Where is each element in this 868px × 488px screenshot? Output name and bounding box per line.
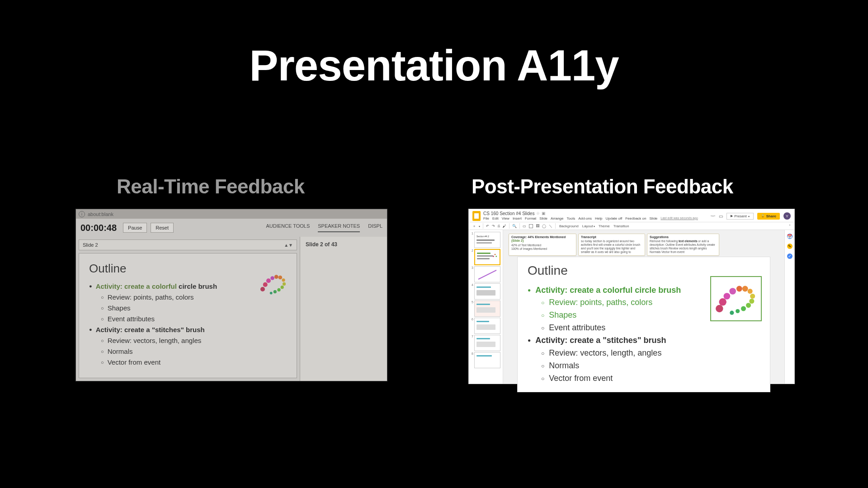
svg-point-23 xyxy=(750,294,755,299)
svg-point-10 xyxy=(274,290,277,293)
textbox-tool[interactable] xyxy=(529,224,533,228)
theme-button[interactable]: Theme xyxy=(598,224,610,228)
doc-title[interactable]: CS 160 Section #4 Slides xyxy=(483,211,534,216)
undo-button[interactable]: ↶ xyxy=(486,224,489,228)
play-icon: ▶ xyxy=(731,214,733,218)
sub-bullet: Review: vectors, length, angles xyxy=(528,347,760,360)
thumb-number: 3 xyxy=(470,266,473,269)
menu-feedback-on[interactable]: Feedback on xyxy=(625,216,646,221)
move-icon[interactable]: ▣ xyxy=(542,211,546,216)
sub-bullet: Event attributes xyxy=(528,322,760,334)
chevron-down-icon[interactable]: ▾ xyxy=(479,225,480,228)
menu-file[interactable]: File xyxy=(483,216,489,221)
thumbnail-5[interactable] xyxy=(474,300,500,317)
tab-display[interactable]: DISPL xyxy=(368,223,382,232)
trend-icon[interactable]: 〰 xyxy=(711,214,715,219)
svg-point-13 xyxy=(495,254,496,255)
thumbnail-8[interactable] xyxy=(474,352,500,368)
zoom-button[interactable]: 🔍 xyxy=(512,224,517,228)
avatar[interactable]: Y xyxy=(783,212,791,220)
menu-edit[interactable]: Edit xyxy=(492,216,499,221)
notes-slide-indicator: Slide 2 of 43 xyxy=(306,241,382,248)
svg-point-24 xyxy=(749,299,754,304)
calendar-icon[interactable]: 📅 xyxy=(787,234,793,239)
paint-format-button[interactable]: 🖌 xyxy=(503,224,506,228)
slide-editor-canvas: Coverage: 44% Elements Mentioned (Slide … xyxy=(503,230,784,384)
menu-bar: File Edit View Insert Format Slide Arran… xyxy=(483,216,698,221)
menu-arrange[interactable]: Arrange xyxy=(551,216,563,221)
sub-bullet: Vector from event xyxy=(89,357,287,368)
print-button[interactable]: ⎙ xyxy=(498,224,500,228)
present-button[interactable]: ▶ Present ▾ xyxy=(726,213,754,220)
tab-audience-tools[interactable]: AUDIENCE TOOLS xyxy=(266,223,310,232)
slides-logo-icon xyxy=(472,211,481,221)
slide-selector-label: Slide 2 xyxy=(83,242,98,248)
collapse-toolbar-icon[interactable]: ˄ xyxy=(789,224,791,228)
keep-icon[interactable]: ✎ xyxy=(787,244,793,249)
tab-speaker-notes[interactable]: SPEAKER NOTES xyxy=(318,223,360,232)
last-edit-text[interactable]: Last edit was seconds ago xyxy=(660,216,698,221)
tasks-icon[interactable]: ✓ xyxy=(787,253,793,259)
svg-point-0 xyxy=(260,287,265,291)
thumbnail-4[interactable] xyxy=(474,283,500,300)
svg-point-28 xyxy=(730,310,734,314)
svg-point-11 xyxy=(270,292,273,295)
layout-button[interactable]: Layout▾ xyxy=(581,224,595,228)
shape-tool[interactable]: ◯ xyxy=(542,224,546,228)
slide-canvas: Outline Activity: create a colorful circ… xyxy=(79,253,297,378)
sub-bullet: Review: vectors, length, angles xyxy=(89,335,287,346)
select-tool[interactable]: ▭ xyxy=(523,224,526,228)
pause-button[interactable]: Pause xyxy=(123,223,147,233)
star-icon[interactable]: ☆ xyxy=(536,211,540,216)
svg-point-16 xyxy=(716,305,723,312)
svg-point-2 xyxy=(266,278,271,283)
svg-point-26 xyxy=(741,306,746,311)
thumb-number: 8 xyxy=(470,352,473,355)
svg-point-9 xyxy=(277,288,280,291)
presenter-toolbar: 00:00:48 Pause Reset AUDIENCE TOOLS SPEA… xyxy=(76,219,387,237)
sub-bullet: Event attributes xyxy=(89,314,287,324)
thumbnail-2[interactable] xyxy=(474,249,500,265)
thumbnail-6[interactable] xyxy=(474,318,500,334)
thumbnail-1[interactable]: Section #4.2 xyxy=(474,232,500,248)
bullet-activity-2: Activity: create a "stitches" brush xyxy=(528,334,760,347)
left-panel-title: Real-Time Feedback xyxy=(117,175,305,198)
svg-point-4 xyxy=(274,275,278,279)
coverage-callout: Coverage: 44% Elements Mentioned (Slide … xyxy=(509,234,576,256)
thumbnail-3[interactable] xyxy=(474,266,500,282)
menu-format[interactable]: Format xyxy=(525,216,536,221)
redo-button[interactable]: ↷ xyxy=(492,224,495,228)
svg-point-27 xyxy=(736,309,740,313)
thumbnail-7[interactable] xyxy=(474,335,500,351)
menu-help[interactable]: Help xyxy=(595,216,602,221)
gslides-header: CS 160 Section #4 Slides ☆ ▣ File Edit V… xyxy=(469,209,794,222)
right-panel-title: Post-Presentation Feedback xyxy=(472,175,733,198)
reset-button[interactable]: Reset xyxy=(151,223,174,233)
share-button[interactable]: 🔒 Share xyxy=(757,213,780,220)
slide-selector[interactable]: Slide 2 ▲▼ xyxy=(79,239,297,250)
transition-button[interactable]: Transition xyxy=(613,224,629,228)
background-button[interactable]: Background xyxy=(558,224,579,228)
comment-icon[interactable]: ▭ xyxy=(719,214,723,219)
menu-view[interactable]: View xyxy=(502,216,509,221)
sub-bullet: Vector from event xyxy=(528,372,760,385)
new-slide-button[interactable]: ＋ xyxy=(472,224,476,229)
address-text: about:blank xyxy=(88,211,113,217)
active-slide[interactable]: Outline Activity: create a colorful circ… xyxy=(517,257,770,392)
menu-insert[interactable]: Insert xyxy=(513,216,522,221)
line-tool[interactable]: ＼ xyxy=(549,224,552,229)
menu-slide-2[interactable]: Slide xyxy=(650,216,658,221)
menu-tools[interactable]: Tools xyxy=(567,216,576,221)
menu-update-off[interactable]: Update off xyxy=(605,216,622,221)
menu-slide[interactable]: Slide xyxy=(539,216,547,221)
brush-swirl-icon xyxy=(257,267,289,300)
image-tool[interactable]: 🖼 xyxy=(536,224,539,228)
right-rail: 📅 ✎ ✓ xyxy=(784,230,794,384)
speaker-notes-panel: Slide 2 of 43 xyxy=(300,237,387,381)
present-label: Present xyxy=(734,214,747,218)
menu-addons[interactable]: Add-ons xyxy=(578,216,592,221)
lock-icon: 🔒 xyxy=(761,214,765,218)
timer: 00:00:48 xyxy=(80,223,117,233)
svg-point-12 xyxy=(493,256,494,257)
svg-line-15 xyxy=(478,270,496,279)
